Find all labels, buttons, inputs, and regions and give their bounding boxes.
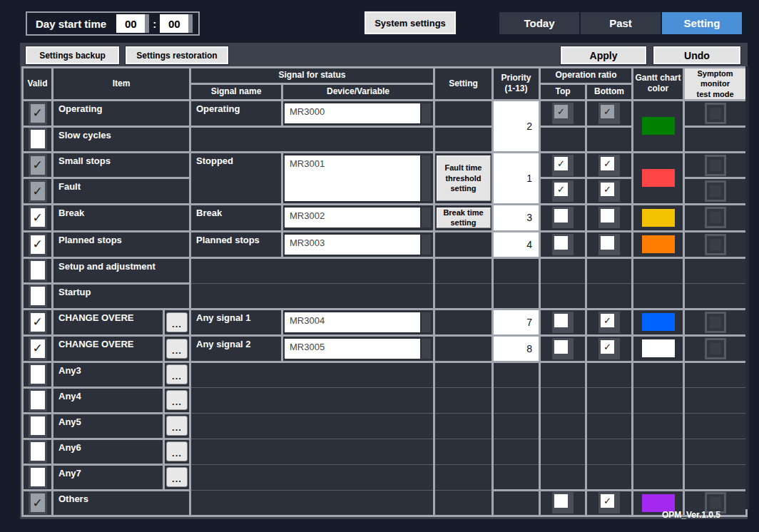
valid-checkbox: ✓ [29, 180, 47, 203]
check-icon: ✓ [603, 184, 611, 195]
valid-checkbox[interactable]: ✓ [29, 206, 47, 229]
device-variable-input[interactable]: MR3001 [285, 155, 420, 201]
top-ratio-checkbox[interactable] [552, 234, 574, 255]
item-label: CHANGE OVERE [54, 337, 163, 349]
priority-field[interactable]: 4 [493, 231, 540, 257]
table-row: Any7 ... [23, 464, 747, 490]
priority-field[interactable]: 2 [493, 100, 540, 152]
bottom-ratio-checkbox[interactable]: ✓ [598, 492, 620, 513]
valid-checkbox[interactable]: ✓ [29, 337, 47, 360]
valid-checkbox[interactable] [29, 389, 47, 411]
priority-field[interactable]: 1 [493, 152, 540, 204]
gantt-color-swatch[interactable] [642, 209, 675, 227]
top-ratio-checkbox[interactable] [552, 338, 574, 359]
signal-name-label: Any signal 1 [191, 310, 281, 323]
symptom-monitor-test-mode-button[interactable]: Symptommonitortest mode [684, 68, 747, 101]
browse-button[interactable]: ... [166, 390, 188, 410]
valid-checkbox[interactable] [29, 466, 47, 488]
check-icon: ✓ [32, 106, 42, 121]
browse-button[interactable]: ... [166, 312, 188, 332]
bottom-ratio-checkbox[interactable]: ✓ [598, 312, 620, 333]
priority-field[interactable]: 7 [493, 309, 540, 335]
top-ratio-checkbox[interactable] [552, 312, 574, 333]
valid-checkbox[interactable] [29, 440, 47, 463]
device-variable-input[interactable]: MR3003 [285, 235, 420, 255]
device-scrollbar[interactable] [422, 155, 431, 201]
undo-button[interactable]: Undo [653, 46, 740, 64]
device-scrollbar[interactable] [422, 339, 431, 359]
top-ratio-checkbox: ✓ [552, 103, 574, 124]
table-row: Setup and adjustment [23, 257, 747, 283]
table-row: ✓ Operating Operating MR3000 2 ✓ ✓ [23, 100, 747, 126]
symptom-checkbox [705, 155, 726, 176]
bottom-ratio-checkbox[interactable]: ✓ [598, 180, 620, 202]
device-scrollbar[interactable] [422, 235, 431, 255]
header-bottom: Bottom [586, 83, 633, 100]
item-label: Slow cycles [54, 128, 189, 140]
top-ratio-checkbox[interactable] [552, 207, 574, 228]
day-start-hour-input[interactable] [116, 14, 145, 33]
hour-spinner[interactable] [145, 14, 149, 33]
device-variable-input[interactable]: MR3000 [285, 103, 420, 123]
tab-today[interactable]: Today [499, 12, 579, 34]
check-icon: ✓ [603, 496, 611, 506]
table-row: Any3 ... [23, 362, 747, 387]
gantt-color-swatch[interactable] [642, 169, 675, 187]
top-ratio-checkbox[interactable]: ✓ [552, 155, 574, 176]
symptom-checkbox [705, 103, 726, 124]
valid-checkbox[interactable] [29, 414, 47, 437]
top-ratio-checkbox[interactable] [552, 492, 574, 513]
bottom-ratio-checkbox[interactable]: ✓ [598, 338, 620, 359]
valid-checkbox[interactable]: ✓ [29, 233, 47, 256]
gantt-color-swatch[interactable] [642, 235, 675, 253]
item-label: Break [54, 205, 189, 218]
browse-button[interactable]: ... [166, 416, 188, 436]
browse-button[interactable]: ... [166, 339, 188, 359]
check-icon: ✓ [32, 314, 42, 329]
device-variable-input[interactable]: MR3004 [285, 312, 420, 332]
browse-button[interactable]: ... [166, 364, 188, 384]
valid-checkbox: ✓ [29, 491, 47, 514]
gantt-color-swatch[interactable] [642, 313, 675, 331]
device-scrollbar[interactable] [422, 312, 431, 332]
item-label: Small stops [54, 153, 189, 166]
valid-checkbox[interactable] [29, 363, 47, 386]
tab-setting[interactable]: Setting [662, 12, 742, 34]
device-scrollbar[interactable] [422, 208, 431, 227]
settings-backup-button[interactable]: Settings backup [26, 46, 119, 64]
valid-checkbox[interactable] [29, 259, 47, 282]
bottom-ratio-checkbox[interactable] [598, 207, 620, 228]
bottom-ratio-checkbox[interactable]: ✓ [598, 155, 620, 176]
fault-time-threshold-setting-button[interactable]: Fault time threshold setting [437, 155, 491, 201]
check-icon: ✓ [32, 496, 42, 511]
browse-button[interactable]: ... [166, 467, 188, 487]
priority-field[interactable]: 3 [493, 204, 540, 231]
table-row: ✓ Planned stops Planned stops MR3003 4 [23, 231, 747, 257]
device-scrollbar[interactable] [422, 103, 431, 123]
bottom-ratio-checkbox[interactable] [598, 234, 620, 255]
day-start-time-label: Day start time [27, 18, 116, 30]
day-start-minute-input[interactable] [160, 14, 188, 33]
system-settings-button[interactable]: System settings [365, 11, 456, 34]
browse-button[interactable]: ... [166, 441, 188, 461]
break-time-setting-button[interactable]: Break time setting [437, 208, 491, 228]
minute-spinner[interactable] [188, 14, 193, 33]
top-ratio-checkbox[interactable]: ✓ [552, 180, 574, 202]
settings-restoration-button[interactable]: Settings restoration [126, 46, 228, 64]
valid-checkbox[interactable]: ✓ [29, 311, 47, 334]
valid-checkbox: ✓ [29, 154, 47, 177]
device-variable-input[interactable]: MR3002 [285, 208, 420, 227]
tab-past[interactable]: Past [581, 12, 661, 34]
apply-button[interactable]: Apply [561, 46, 646, 64]
priority-field[interactable]: 8 [493, 335, 540, 362]
device-variable-input[interactable]: MR3005 [285, 339, 420, 359]
gantt-color-swatch[interactable] [642, 339, 675, 357]
signal-name-label: Stopped [191, 153, 281, 166]
check-icon: ✓ [557, 184, 565, 195]
gantt-color-swatch[interactable] [642, 117, 675, 135]
item-label: Operating [54, 101, 189, 114]
valid-checkbox[interactable] [29, 128, 47, 150]
valid-checkbox[interactable] [29, 285, 47, 307]
view-tabs: Today Past Setting [499, 12, 742, 34]
header-signal-for-status: Signal for status [190, 68, 434, 84]
